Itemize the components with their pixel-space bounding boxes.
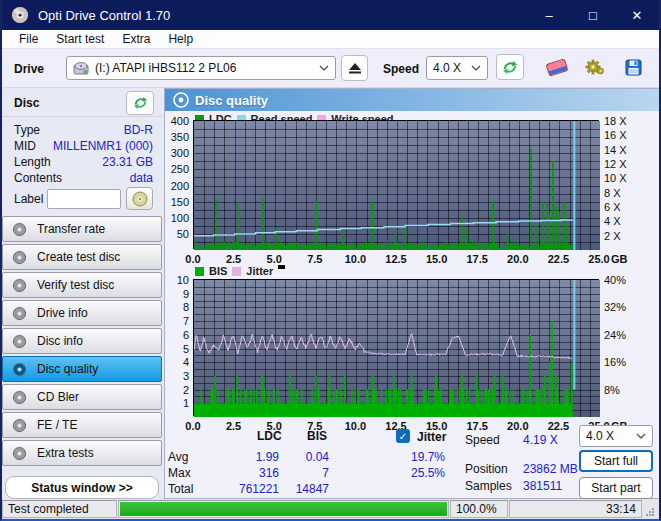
drive-select[interactable]: (I:) ATAPI iHBS112 2 PL06: [66, 56, 336, 80]
axis-tick-label: 250: [165, 163, 189, 175]
axis-tick-label: 5: [165, 343, 189, 355]
close-button[interactable]: ✕: [615, 0, 659, 30]
speed-label: Speed: [383, 62, 419, 76]
minimize-button[interactable]: –: [527, 0, 571, 30]
refresh-button[interactable]: [496, 54, 524, 80]
disc-label-write-button[interactable]: [126, 187, 153, 210]
sidebar-item-fe-te[interactable]: FE / TE: [2, 412, 162, 438]
sidebar-item-label: Transfer rate: [37, 222, 105, 236]
sidebar-item-label: FE / TE: [37, 418, 77, 432]
disc-refresh-button[interactable]: [126, 91, 154, 115]
axis-tick-label: 20.0: [507, 253, 528, 265]
menu-help[interactable]: Help: [159, 30, 202, 48]
refresh-icon: [133, 96, 148, 110]
total-bis: 14847: [277, 482, 329, 496]
sidebar-item-label: Disc info: [37, 334, 83, 348]
axis-tick-label: 18 X: [604, 115, 627, 127]
sidebar-item-disc-quality[interactable]: Disc quality: [2, 356, 162, 382]
disc-contents-row: Contents data: [14, 171, 153, 187]
axis-tick-label: 150: [165, 196, 189, 208]
progress-bar: [118, 500, 449, 518]
resize-grip[interactable]: [643, 499, 657, 519]
disc-group-title: Disc: [14, 96, 39, 110]
jitter-legend-swatch: [232, 267, 241, 276]
jitter-legend-label: Jitter: [246, 265, 273, 277]
menu-start-test[interactable]: Start test: [47, 30, 113, 48]
axis-tick-label: 50: [165, 228, 189, 240]
axis-tick-label: 5.0: [267, 253, 282, 265]
menu-extra[interactable]: Extra: [113, 30, 159, 48]
axis-tick-label: 7: [165, 315, 189, 327]
eject-button[interactable]: [341, 55, 368, 81]
drive-icon: [73, 61, 90, 76]
axis-tick-label: 14 X: [604, 144, 627, 156]
axis-tick-label: GB: [611, 253, 628, 265]
bis-jitter-chart-plot: [193, 279, 599, 416]
cd-icon: [132, 191, 148, 207]
stats-avg-label: Avg: [168, 450, 188, 464]
eject-icon: [348, 62, 362, 74]
sidebar-item-create-test-disc[interactable]: Create test disc: [2, 244, 162, 270]
start-part-button[interactable]: Start part: [579, 477, 653, 499]
disc-group-header: Disc: [2, 90, 163, 117]
jitter-checkbox[interactable]: ✓: [396, 429, 410, 443]
cd-icon: [12, 334, 27, 349]
speed-value: 4.0 X: [433, 61, 461, 75]
axis-tick-label: 7.5: [307, 253, 322, 265]
save-button[interactable]: [618, 54, 648, 80]
erase-disc-button[interactable]: [542, 54, 572, 80]
sidebar-item-cd-bler[interactable]: CD Bler: [2, 384, 162, 410]
status-bar: Test completed 100.0% 33:14: [2, 499, 659, 519]
cd-icon: [12, 278, 27, 293]
avg-bis: 0.04: [277, 450, 329, 464]
menu-bar: File Start test Extra Help: [2, 30, 659, 49]
axis-tick-label: 2: [165, 384, 189, 396]
title-bar: Opti Drive Control 1.70 – □ ✕: [2, 0, 659, 30]
speed-stat-value: 4.19 X: [523, 433, 565, 447]
speed-select[interactable]: 4.0 X: [426, 56, 488, 80]
cd-icon: [12, 306, 27, 321]
disc-length-label: Length: [14, 155, 51, 169]
axis-tick-label: 10 X: [604, 172, 627, 184]
maximize-button[interactable]: □: [571, 0, 615, 30]
axis-tick-label: 10: [165, 274, 189, 286]
sidebar-item-extra-tests[interactable]: Extra tests: [2, 440, 162, 466]
cd-icon: [12, 446, 27, 461]
axis-tick-label: 8%: [604, 384, 620, 396]
axis-tick-label: 4 X: [604, 215, 621, 227]
stats-bis-header: BIS: [307, 429, 331, 443]
disc-label-input[interactable]: [47, 189, 121, 209]
status-text: Test completed: [2, 500, 117, 518]
axis-tick-label: 15.0: [426, 253, 447, 265]
test-speed-select[interactable]: 4.0 X: [579, 425, 653, 447]
position-stat-label: Position: [465, 462, 508, 476]
panel-header: Disc quality: [165, 89, 660, 111]
sidebar-item-drive-info[interactable]: Drive info: [2, 300, 162, 326]
sidebar-item-verify-test-disc[interactable]: Verify test disc: [2, 272, 162, 298]
start-full-button[interactable]: Start full: [579, 450, 653, 472]
speed-stat-label: Speed: [465, 433, 500, 447]
axis-tick-label: 20.0: [507, 420, 528, 432]
app-window: Opti Drive Control 1.70 – □ ✕ File Start…: [0, 0, 661, 521]
axis-tick-label: 1: [165, 397, 189, 409]
disc-label-label: Label: [14, 192, 43, 206]
disc-length-value: 23.31 GB: [102, 155, 153, 169]
progress-fill: [120, 502, 447, 516]
sidebar-item-label: Extra tests: [37, 446, 94, 460]
disc-type-label: Type: [14, 123, 40, 137]
max-bis: 7: [277, 466, 329, 480]
menu-file[interactable]: File: [10, 30, 47, 48]
axis-tick-label: 10.0: [345, 253, 366, 265]
settings-button[interactable]: [580, 54, 610, 80]
axis-tick-label: 0.0: [185, 253, 200, 265]
sidebar-item-transfer-rate[interactable]: Transfer rate: [2, 216, 162, 242]
cd-icon: [12, 250, 27, 265]
axis-tick-label: 16 X: [604, 129, 627, 141]
sidebar-item-disc-info[interactable]: Disc info: [2, 328, 162, 354]
status-window-button[interactable]: Status window >>: [5, 476, 159, 499]
axis-tick-label: 12 X: [604, 158, 627, 170]
jitter-checkbox-label: Jitter: [417, 430, 446, 444]
axis-tick-label: 32%: [604, 301, 626, 313]
chevron-down-icon: [636, 433, 646, 439]
axis-tick-label: 22.5: [548, 253, 569, 265]
